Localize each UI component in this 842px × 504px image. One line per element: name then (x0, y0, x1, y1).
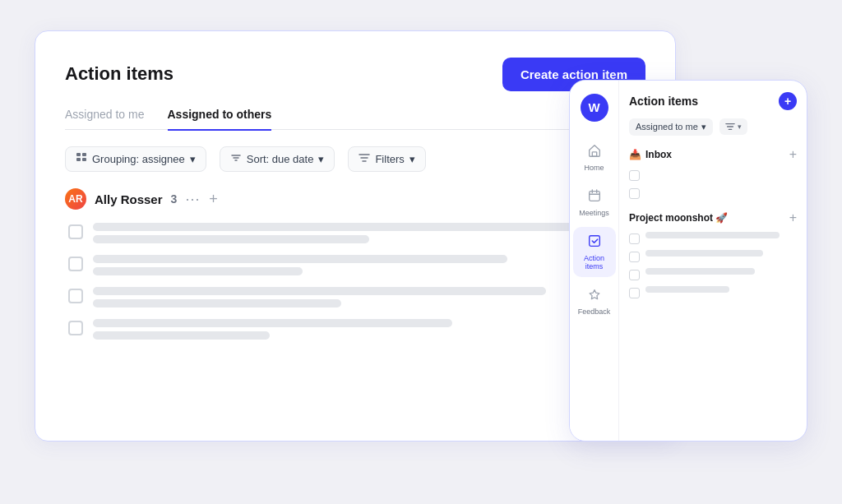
mobile-checkbox[interactable] (629, 270, 640, 280)
mobile-item-bar (645, 286, 729, 293)
mobile-avatar-letter: W (588, 100, 599, 114)
mobile-section-title-moonshot: Project moonshot 🚀 (629, 212, 728, 224)
feedback-label: Feedback (578, 307, 611, 316)
item-title-bar (93, 223, 579, 231)
action-items-list (68, 223, 645, 340)
tabs: Assigned to me Assigned to others (65, 108, 645, 131)
item-lines (93, 319, 645, 340)
table-row (68, 319, 645, 340)
svg-rect-2 (76, 158, 81, 161)
list-item (629, 250, 797, 262)
sidebar-item-meetings[interactable]: Meetings (573, 182, 616, 224)
main-card-header: Action items Create action item (65, 58, 645, 91)
table-row (68, 223, 645, 243)
svg-rect-4 (592, 151, 596, 155)
inbox-icon: 📥 (629, 149, 641, 160)
avatar: AR (65, 188, 86, 210)
assignee-count: 3 (171, 192, 178, 206)
mobile-main: Action items + Assigned to me ▾ ▾ (619, 81, 807, 441)
sort-label: Sort: due date (247, 153, 314, 165)
svg-rect-5 (589, 191, 599, 201)
home-icon (587, 143, 602, 161)
item-subtitle-bar (93, 299, 341, 307)
list-item (629, 286, 797, 298)
mobile-filter-chevron-icon: ▾ (701, 122, 706, 132)
action-items-icon (587, 234, 602, 252)
svg-rect-6 (589, 235, 599, 246)
sidebar-item-home[interactable]: Home (573, 136, 616, 178)
mobile-title: Action items (629, 95, 698, 108)
item-subtitle-bar (93, 235, 369, 243)
mobile-item-bar (645, 250, 763, 257)
filters-control[interactable]: Filters ▾ (348, 146, 425, 172)
svg-rect-0 (76, 153, 81, 156)
meetings-label: Meetings (579, 209, 609, 217)
checkbox[interactable] (68, 289, 83, 303)
action-items-label: Action items (576, 254, 613, 270)
checkbox[interactable] (68, 224, 83, 239)
list-item (629, 187, 797, 199)
item-title-bar (93, 255, 507, 263)
mobile-filter-settings-button[interactable]: ▾ (719, 118, 747, 135)
filters-label: Filters (375, 153, 404, 165)
add-item-icon[interactable]: + (209, 191, 218, 208)
mobile-filter-row: Assigned to me ▾ ▾ (629, 118, 797, 136)
mobile-item-bar (645, 232, 780, 238)
filter-icon (359, 152, 370, 166)
list-item (629, 268, 797, 280)
home-label: Home (584, 164, 604, 172)
page-title: Action items (65, 63, 173, 85)
assignee-name: Ally Rosser (95, 192, 163, 206)
meetings-icon (587, 188, 602, 206)
mobile-add-button[interactable]: + (779, 92, 797, 110)
grouping-control[interactable]: Grouping: assignee ▾ (65, 146, 206, 172)
mobile-checkbox[interactable] (629, 252, 640, 262)
mobile-assigned-filter[interactable]: Assigned to me ▾ (629, 118, 713, 136)
controls-bar: Grouping: assignee ▾ Sort: due date ▾ (65, 146, 645, 172)
grouping-label: Grouping: assignee (92, 153, 185, 165)
mobile-header: Action items + (629, 92, 797, 110)
checkbox[interactable] (68, 321, 83, 335)
mobile-avatar: W (581, 94, 608, 122)
tab-assigned-to-me[interactable]: Assigned to me (65, 108, 145, 131)
settings-chevron-icon: ▾ (738, 123, 742, 131)
grid-icon (76, 152, 87, 166)
sort-icon (230, 152, 242, 166)
feedback-icon (587, 287, 602, 305)
svg-rect-1 (82, 153, 86, 156)
item-lines (93, 223, 645, 243)
item-subtitle-bar (93, 267, 303, 275)
item-lines (93, 287, 645, 307)
mobile-section-moonshot: Project moonshot 🚀 + (629, 210, 797, 298)
filters-chevron-icon: ▾ (409, 153, 415, 165)
sidebar-item-action-items[interactable]: Action items (573, 227, 616, 277)
item-subtitle-bar (93, 331, 270, 340)
avatar-initials: AR (68, 193, 82, 205)
tab-assigned-to-others[interactable]: Assigned to others (168, 108, 272, 131)
sort-control[interactable]: Sort: due date ▾ (220, 146, 335, 172)
mobile-checkbox[interactable] (629, 234, 640, 244)
mobile-checkbox[interactable] (629, 288, 640, 298)
mobile-section-inbox: 📥 Inbox + (629, 147, 797, 199)
more-options-icon[interactable]: ⋯ (185, 190, 201, 208)
item-lines (93, 255, 645, 275)
mobile-section-header: Project moonshot 🚀 + (629, 210, 797, 225)
mobile-section-title-inbox: 📥 Inbox (629, 149, 672, 160)
table-row (68, 287, 645, 307)
mobile-section-header: 📥 Inbox + (629, 147, 797, 162)
mobile-sidebar: W Home Meetings (570, 81, 619, 441)
grouping-chevron-icon: ▾ (190, 153, 196, 165)
mobile-checkbox[interactable] (629, 188, 640, 199)
mobile-checkbox[interactable] (629, 170, 640, 181)
list-item (629, 169, 797, 181)
checkbox[interactable] (68, 257, 83, 271)
item-title-bar (93, 287, 546, 295)
mobile-section-add-moonshot[interactable]: + (789, 210, 797, 225)
list-item (629, 232, 797, 244)
table-row (68, 255, 645, 275)
assignee-row: AR Ally Rosser 3 ⋯ + (65, 188, 645, 210)
svg-rect-3 (82, 158, 86, 161)
sort-chevron-icon: ▾ (318, 153, 324, 165)
sidebar-item-feedback[interactable]: Feedback (573, 280, 616, 322)
mobile-section-add-inbox[interactable]: + (789, 147, 797, 162)
